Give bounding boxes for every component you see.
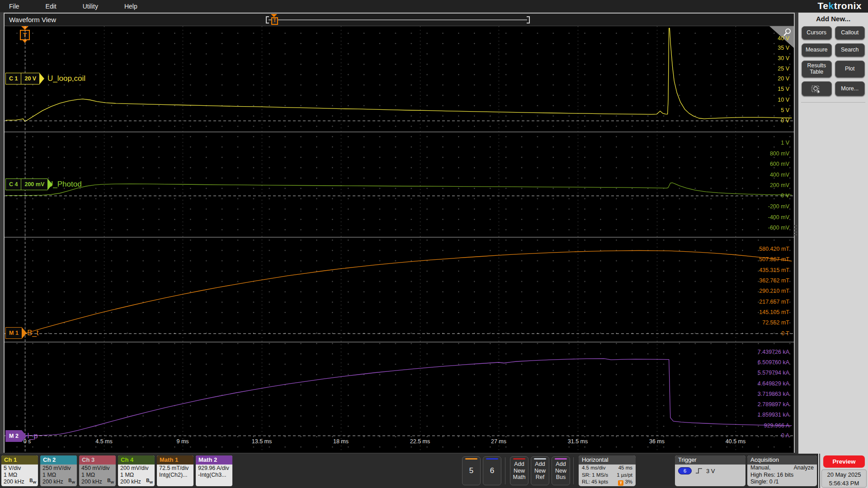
divider — [505, 457, 505, 484]
channel-5-button[interactable]: 5 — [462, 456, 481, 485]
trace-label-u-photod: U_Photod — [47, 180, 82, 189]
menu-item-file[interactable]: File — [9, 3, 19, 10]
waveform-view-titlebar: Waveform View T — [5, 14, 794, 26]
y-axis-label-ch1-volts: 35 V — [778, 45, 789, 51]
y-axis-label-math1-millitesla: 290.210 mT — [759, 288, 789, 294]
date-value: 20 May 2025 — [822, 470, 866, 479]
y-axis-label-ch4-millivolts: 800 mV — [770, 150, 789, 157]
bottom-settings-bar: Ch 15 V/div1 MΩ200 kHzBWCh 2250 mV/div1 … — [0, 454, 819, 488]
channel-badge-scale: 20 V — [21, 73, 39, 84]
badge-ch-1[interactable]: Ch 15 V/div1 MΩ200 kHzBW — [1, 455, 38, 486]
channel-badge-m-1[interactable]: M 1 — [5, 327, 27, 339]
y-axis-label-ch1-volts: 0 V — [781, 117, 789, 124]
grid-vline — [578, 26, 578, 453]
badge-setting-row: 1 MΩ — [42, 472, 77, 479]
badge-ch-2[interactable]: Ch 2250 mV/div1 MΩ200 kHzBW — [40, 455, 77, 486]
badge-header: Math 1 — [157, 455, 193, 465]
preview-button[interactable]: Preview — [823, 455, 865, 468]
trigger-t-icon: T — [618, 480, 623, 486]
band-separator — [5, 342, 794, 343]
x-axis-label: 27 ms — [491, 438, 506, 445]
channel-badge-id: C 4 — [5, 178, 21, 190]
acquisition-panel[interactable]: Acquisition Manual, Analyze High Res: 16… — [747, 455, 817, 486]
horizontal-position-slider[interactable]: T — [266, 16, 530, 23]
add-new-buttons: Add New MathAdd New RefAdd New Bus — [510, 456, 570, 485]
channel-badge-tip-icon — [22, 327, 27, 339]
x-axis-label: 18 ms — [333, 438, 349, 445]
acquisition-analyze: Analyze — [794, 465, 814, 472]
channel-badge-scale: 200 mV — [21, 178, 47, 190]
button-add-new-math[interactable]: Add New Math — [510, 456, 528, 485]
badge-math-1[interactable]: Math 172.5 mT/divIntg(Ch2)... — [157, 455, 193, 486]
y-axis-label-math2-kiloamps: 7.439726 kA — [758, 349, 789, 355]
side-button-search[interactable]: Search — [835, 43, 865, 57]
trace-u-loop-coil-c1 — [5, 28, 792, 121]
zoom-select-button[interactable] — [802, 81, 832, 96]
badge-math-2[interactable]: Math 2929.96 A/div-Intg(Ch3... — [196, 455, 232, 486]
divider — [573, 457, 574, 484]
side-button-cursors[interactable]: Cursors — [802, 26, 832, 40]
channel-color-stripe — [486, 458, 498, 460]
y-axis-label-math2-kiloamps: 5.579794 kA — [758, 370, 789, 376]
side-button-more[interactable]: More... — [835, 81, 865, 96]
y-axis-label-ch1-volts: 5 V — [781, 107, 789, 113]
zoom-select-icon — [811, 84, 822, 94]
y-axis-label-ch4-millivolts: 0 V — [781, 192, 789, 199]
channel-badge-m-2[interactable]: M 2 — [5, 430, 27, 442]
horizontal-panel-rows: 4.5 ms/div45 msSR: 1 MS/s1 µs/ptRL: 45 k… — [579, 465, 636, 486]
horizontal-value-left: RL: 45 kpts — [582, 479, 608, 486]
rising-edge-icon — [695, 468, 703, 474]
y-axis-label-math1-millitesla: 580.420 mT — [759, 246, 789, 252]
menu-item-utility[interactable]: Utility — [83, 3, 98, 10]
acquisition-resolution: High Res: 16 bits — [750, 472, 793, 479]
bandwidth-limit-icon: BW — [68, 478, 75, 484]
trigger-panel[interactable]: Trigger 6 3 V — [675, 455, 745, 486]
trace-i-p-math-2 — [5, 359, 792, 436]
waveform-plot-area[interactable]: T 40 V35 V30 V25 V20 V15 V10 V5 V0 V1 V8… — [5, 26, 794, 453]
badge-setting-row: 450 mV/div — [81, 465, 116, 472]
bottom-right-area: Preview 20 May 2025 5:56:43 PM — [820, 454, 868, 488]
horizontal-panel[interactable]: Horizontal 4.5 ms/div45 msSR: 1 MS/s1 µs… — [579, 455, 636, 486]
waveform-traces — [5, 26, 794, 453]
side-button-callout[interactable]: Callout — [835, 26, 865, 40]
menu-item-help[interactable]: Help — [124, 3, 137, 10]
button-add-new-ref[interactable]: Add New Ref — [531, 456, 549, 485]
trigger-position-marker[interactable]: T — [271, 17, 278, 25]
slider-right-bracket — [527, 16, 530, 23]
y-axis-label-math2-kiloamps: 0 A — [781, 432, 789, 439]
badge-ch-3[interactable]: Ch 3450 mV/div1 MΩ200 kHzBW — [79, 455, 116, 486]
y-axis-label-math1-millitesla: 507.867 mT — [759, 256, 789, 263]
side-button-plot[interactable]: Plot — [835, 61, 865, 78]
zero-reference-line — [5, 333, 794, 334]
badge-settings: 72.5 mT/divIntg(Ch2)... — [157, 465, 193, 486]
channel-badge-id: C 1 — [5, 73, 21, 84]
badge-setting-row: 5 V/div — [4, 465, 38, 472]
y-axis-label-math1-millitesla: 217.657 mT — [759, 299, 789, 305]
badge-header: Ch 1 — [1, 455, 38, 465]
badge-ch-4[interactable]: Ch 4200 mV/div1 MΩ200 kHzBW — [118, 455, 155, 486]
y-axis-label-math2-kiloamps: 6.509760 kA — [758, 359, 789, 366]
zero-reference-line — [5, 436, 794, 436]
datetime-display[interactable]: 20 May 2025 5:56:43 PM — [821, 469, 867, 488]
side-button-measure[interactable]: Measure — [802, 43, 832, 57]
menu-item-edit[interactable]: Edit — [46, 3, 57, 10]
y-axis-label-ch1-volts: 15 V — [778, 86, 789, 92]
y-axis-label-math1-millitesla: 362.762 mT — [759, 277, 789, 284]
y-axis-label-math2-kiloamps: 4.649829 kA — [758, 380, 789, 387]
side-panel-divider — [801, 102, 865, 103]
channel-badge-tip-icon — [22, 430, 27, 442]
horizontal-value-left: 4.5 ms/div — [582, 465, 605, 472]
trace-label-u-loop-coil: U_loop,coil — [47, 74, 85, 83]
button-add-new-bus[interactable]: Add New Bus — [552, 456, 570, 485]
grid-vline — [499, 26, 499, 453]
channel-badge-c-4[interactable]: C 4200 mV — [5, 178, 52, 190]
channel-badge-c-1[interactable]: C 120 V — [5, 73, 44, 84]
zero-reference-line — [5, 196, 794, 196]
channel-6-button[interactable]: 6 — [483, 456, 501, 485]
side-button-results-table[interactable]: Results Table — [802, 61, 832, 78]
y-axis-label-ch4-millivolts: 200 mV — [770, 182, 789, 188]
y-axis-label-ch4-millivolts: -200 mV — [768, 203, 789, 210]
panel-drag-grip[interactable] — [793, 225, 797, 237]
y-axis-label-ch4-millivolts: 400 mV — [770, 172, 789, 178]
waveform-view-title: Waveform View — [9, 14, 56, 26]
